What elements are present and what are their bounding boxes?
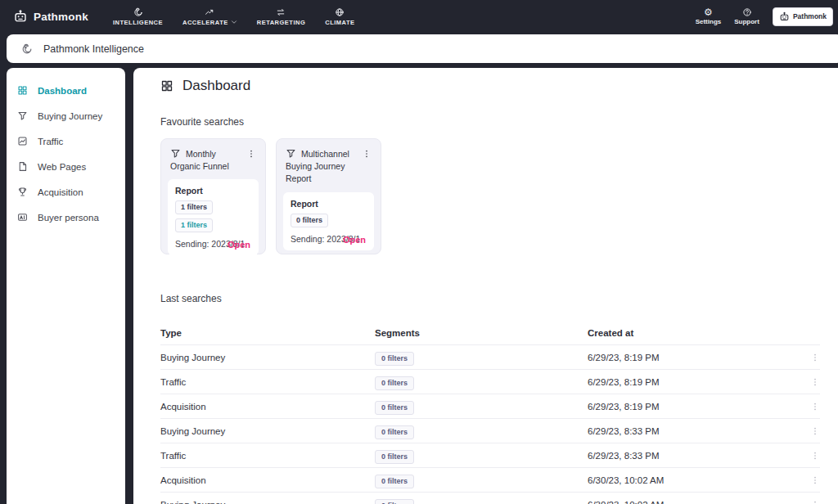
navbar-right: ⚙ Settings Support Pathmonk <box>696 0 833 33</box>
last-searches-table: Type Segments Created at Buying Journey … <box>160 321 820 504</box>
row-created-at: 6/29/23, 8:33 PM <box>588 426 799 436</box>
page-header: Dashboard <box>160 78 820 94</box>
nav-item-intelligence[interactable]: INTELLIGENCE <box>113 7 163 26</box>
table-row[interactable]: Buying Journey 0 filters 6/29/23, 8:19 P… <box>160 345 820 370</box>
nav-item-retargeting[interactable]: RETARGETING <box>257 7 306 26</box>
row-type: Buying Journey <box>160 353 375 362</box>
row-created-at: 6/29/23, 8:19 PM <box>588 377 799 387</box>
row-type: Buying Journey <box>160 426 375 436</box>
row-menu-button[interactable] <box>810 500 820 504</box>
card-header: Monthly Organic Funnel <box>161 139 265 178</box>
main-panel: Dashboard Favourite searches Monthly Org… <box>133 68 838 504</box>
column-header-created-at: Created at <box>588 328 799 338</box>
card-open-link[interactable]: Open <box>228 240 250 250</box>
column-header-type: Type <box>160 328 375 338</box>
card-section-label: Report <box>291 199 367 209</box>
funnel-icon <box>286 148 296 159</box>
pathmonk-logo[interactable]: Pathmonk <box>13 0 88 33</box>
card-body: Report 1 filters1 filters Sending: 2023/… <box>168 179 259 255</box>
top-navbar: Pathmonk INTELLIGENCE ACCELERATE RETARGE… <box>0 0 838 33</box>
favourite-search-card: Monthly Organic Funnel Report 1 filters1… <box>160 138 266 254</box>
card-section-label: Report <box>175 186 251 196</box>
card-header: Multichannel Buying Journey Report <box>277 139 381 191</box>
card-menu-button[interactable] <box>246 149 256 159</box>
row-menu-button[interactable] <box>810 475 820 485</box>
filter-badge: 0 filters <box>291 214 328 227</box>
chart-icon <box>17 136 28 146</box>
sidebar-item-dashboard[interactable]: Dashboard <box>7 78 125 103</box>
card-open-link[interactable]: Open <box>343 235 366 245</box>
table-header-row: Type Segments Created at <box>160 321 820 345</box>
row-segments-badge: 0 filters <box>375 401 414 415</box>
grid-icon <box>17 85 28 96</box>
row-menu-button[interactable] <box>810 377 820 387</box>
row-type: Buying Journey <box>160 500 375 504</box>
sidebar-item-buyer-persona[interactable]: Buyer persona <box>7 205 125 230</box>
row-created-at: 6/30/23, 10:02 AM <box>588 475 799 485</box>
table-row[interactable]: Buying Journey 0 filters 6/29/23, 8:33 P… <box>160 419 820 443</box>
row-created-at: 6/29/23, 8:19 PM <box>588 353 799 362</box>
robot-logo-icon <box>13 9 28 24</box>
globe-icon <box>335 7 345 17</box>
brand-name: Pathmonk <box>34 11 88 23</box>
trend-up-icon <box>205 7 214 17</box>
favourite-cards: Monthly Organic Funnel Report 1 filters1… <box>160 138 820 254</box>
product-title: Pathmonk Intelligence <box>43 43 144 55</box>
table-row[interactable]: Acquisition 0 filters 6/30/23, 10:02 AM <box>160 468 820 493</box>
table-row[interactable]: Acquisition 0 filters 6/29/23, 8:19 PM <box>160 394 820 419</box>
favourite-searches-heading: Favourite searches <box>160 116 820 128</box>
row-type: Traffic <box>160 451 375 461</box>
trophy-icon <box>17 187 28 197</box>
card-body: Report 0 filters Sending: 2023/8/1 Open <box>283 192 374 250</box>
gear-icon: ⚙ <box>704 7 713 17</box>
table-row[interactable]: Traffic 0 filters 6/29/23, 8:19 PM <box>160 370 820 394</box>
row-segments-badge: 0 filters <box>375 425 414 439</box>
primary-nav: INTELLIGENCE ACCELERATE RETARGETING CLIM… <box>113 0 355 33</box>
row-type: Acquisition <box>160 475 375 485</box>
funnel-icon <box>17 110 28 121</box>
row-menu-button[interactable] <box>810 426 820 436</box>
table-row[interactable]: Buying Journey 0 filters 6/30/23, 10:02 … <box>160 493 820 504</box>
sidebar-item-traffic[interactable]: Traffic <box>7 128 125 154</box>
intelligence-swirl-icon <box>21 43 33 55</box>
row-created-at: 6/29/23, 8:33 PM <box>588 451 799 461</box>
nav-item-accelerate[interactable]: ACCELERATE <box>182 7 237 26</box>
last-searches-heading: Last searches <box>160 293 820 304</box>
account-button-label: Pathmonk <box>793 12 827 20</box>
page-icon <box>17 161 28 172</box>
sidebar-item-buying-journey[interactable]: Buying Journey <box>7 103 125 128</box>
sidebar-item-web-pages[interactable]: Web Pages <box>7 154 125 179</box>
row-segments-badge: 0 filters <box>375 376 414 390</box>
table-body: Buying Journey 0 filters 6/29/23, 8:19 P… <box>160 345 820 504</box>
product-bar: Pathmonk Intelligence <box>7 34 838 63</box>
row-type: Acquisition <box>160 402 375 412</box>
row-menu-button[interactable] <box>810 402 820 412</box>
persona-card-icon <box>17 212 28 223</box>
app-screen: Pathmonk INTELLIGENCE ACCELERATE RETARGE… <box>0 0 838 504</box>
card-menu-button[interactable] <box>362 149 372 159</box>
sidebar-nav: Dashboard Buying Journey Traffic Web Pag… <box>7 78 125 230</box>
row-menu-button[interactable] <box>810 353 820 362</box>
row-segments-badge: 0 filters <box>375 475 414 488</box>
intelligence-swirl-icon <box>133 7 143 17</box>
support-label: Support <box>734 18 759 25</box>
table-row[interactable]: Traffic 0 filters 6/29/23, 8:33 PM <box>160 443 820 468</box>
filter-badge: 1 filters <box>175 218 213 232</box>
row-menu-button[interactable] <box>810 451 820 461</box>
page-title: Dashboard <box>182 78 250 94</box>
support-button[interactable]: Support <box>734 7 759 25</box>
row-created-at: 6/30/23, 10:02 AM <box>588 500 799 504</box>
column-header-segments: Segments <box>375 328 588 338</box>
row-segments-badge: 0 filters <box>375 352 414 366</box>
nav-item-climate[interactable]: CLIMATE <box>325 7 354 26</box>
chevron-down-icon <box>231 19 237 25</box>
settings-button[interactable]: ⚙ Settings <box>696 7 722 25</box>
row-created-at: 6/29/23, 8:19 PM <box>588 402 799 412</box>
sidebar: Dashboard Buying Journey Traffic Web Pag… <box>7 68 125 504</box>
account-button[interactable]: Pathmonk <box>773 7 833 26</box>
row-segments-badge: 0 filters <box>375 450 414 464</box>
filter-badge: 1 filters <box>175 200 213 214</box>
robot-icon <box>779 11 790 22</box>
sidebar-item-acquisition[interactable]: Acquisition <box>7 179 125 205</box>
repeat-icon <box>276 7 286 17</box>
